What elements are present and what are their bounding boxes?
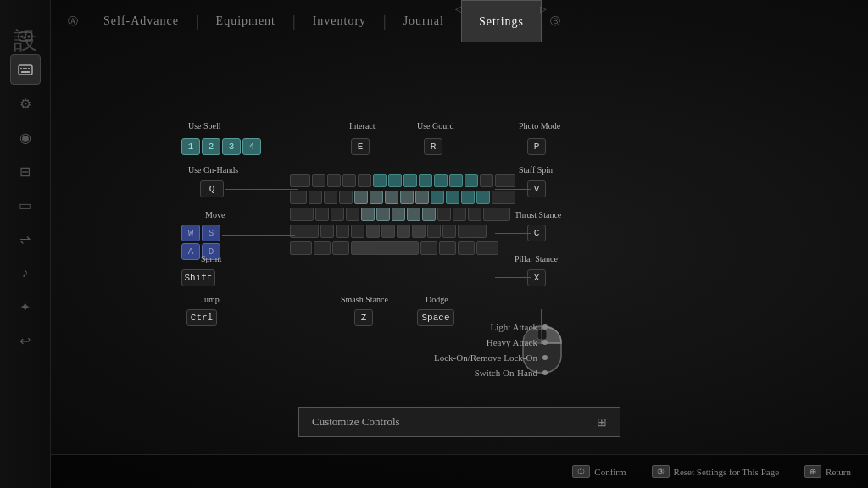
use-gourd-label: Use Gourd — [417, 121, 454, 130]
dodge-label: Dodge — [426, 295, 448, 304]
key-shift[interactable]: Shift — [181, 269, 215, 286]
svg-rect-9 — [28, 68, 30, 69]
svg-rect-0 — [19, 32, 32, 41]
keyboard-visual — [290, 174, 493, 284]
return-key: ⊕ — [804, 465, 821, 478]
connector-q — [225, 189, 298, 190]
svg-rect-8 — [25, 68, 27, 69]
key-spell-3[interactable]: 3 — [222, 138, 241, 155]
thrust-stance-label: Thrust Stance — [515, 210, 561, 219]
equalizer-icon[interactable]: ⇌ — [10, 224, 41, 254]
sprint-label: Sprint — [201, 254, 221, 263]
switch-on-hand-action: Switch On-Hand — [434, 368, 548, 378]
svg-point-1 — [20, 36, 23, 38]
gear-icon[interactable]: ⚙ — [10, 88, 41, 119]
reset-hint: ③ Reset Settings for This Page — [652, 465, 779, 478]
keyboard-icon[interactable] — [10, 54, 41, 85]
jump-label: Jump — [201, 295, 220, 304]
key-spell-4[interactable]: 4 — [242, 138, 261, 155]
customize-controls-button[interactable]: Customize Controls ⊞ — [298, 407, 620, 437]
heavy-attack-action: Heavy Attack — [434, 337, 548, 347]
gamepad-icon[interactable] — [10, 20, 41, 51]
connector-p — [495, 147, 531, 147]
connector-spell — [263, 147, 298, 147]
key-spell-2[interactable]: 2 — [202, 138, 220, 155]
nav-button-a: Ⓐ — [68, 14, 78, 29]
return-hint: ⊕ Return — [804, 465, 851, 478]
nav-equipment[interactable]: Equipment — [199, 0, 292, 42]
connector-wasd — [222, 235, 295, 236]
confirm-hint: ① Confirm — [572, 465, 626, 478]
key-spell-1[interactable]: 1 — [181, 138, 200, 155]
nav-self-advance[interactable]: Self-Advance — [86, 0, 196, 42]
svg-rect-10 — [21, 71, 30, 73]
smash-stance-label: Smash Stance — [341, 295, 388, 304]
key-r[interactable]: R — [424, 138, 442, 155]
interact-label: Interact — [349, 121, 376, 130]
bottom-bar: ① Confirm ③ Reset Settings for This Page… — [51, 454, 868, 488]
key-s[interactable]: S — [202, 225, 220, 241]
svg-rect-3 — [25, 34, 26, 35]
display-icon[interactable]: ▭ — [10, 190, 41, 220]
photo-mode-label: Photo Mode — [519, 121, 560, 130]
use-spell-label: Use Spell — [188, 121, 221, 130]
key-a[interactable]: A — [181, 243, 200, 260]
lock-on-action: Lock-On/Remove Lock-On — [434, 352, 548, 363]
mouse-actions: Light Attack Heavy Attack Lock-On/Remove… — [434, 322, 548, 383]
map-icon[interactable]: ⊟ — [10, 156, 41, 186]
customize-icon: ⊞ — [597, 415, 607, 430]
svg-point-2 — [27, 36, 30, 38]
move-label: Move — [205, 210, 225, 219]
key-q[interactable]: Q — [200, 180, 224, 197]
person-icon[interactable]: ✦ — [10, 291, 41, 322]
connector-e — [370, 147, 413, 147]
svg-rect-6 — [20, 68, 22, 69]
staff-spin-label: Staff Spin — [519, 165, 553, 175]
top-nav: Ⓐ Self-Advance | Equipment | Inventory |… — [51, 0, 868, 42]
confirm-key: ① — [572, 465, 590, 478]
sidebar: 設 ⚙ ◉ ⊟ ▭ ⇌ ♪ ✦ ↩ — [0, 0, 51, 488]
key-ctrl[interactable]: Ctrl — [186, 309, 217, 326]
key-z[interactable]: Z — [354, 309, 373, 326]
nav-button-b: Ⓑ — [550, 14, 560, 29]
nav-settings[interactable]: ◁ Settings ▷ — [461, 0, 542, 42]
reset-key: ③ — [652, 465, 670, 478]
controls-diagram: Use Spell 1 2 3 4 Use On-Hands Q Move W … — [163, 47, 756, 385]
connector-v — [495, 189, 531, 190]
volume-icon[interactable]: ♪ — [10, 258, 41, 288]
key-w[interactable]: W — [181, 225, 200, 241]
nav-inventory[interactable]: Inventory — [296, 0, 383, 42]
eye-icon[interactable]: ◉ — [10, 122, 41, 152]
use-on-hands-label: Use On-Hands — [188, 165, 238, 175]
svg-rect-7 — [23, 68, 25, 69]
connector-x — [495, 277, 531, 278]
svg-rect-4 — [25, 37, 26, 38]
connector-c — [495, 233, 531, 234]
content-area: Use Spell 1 2 3 4 Use On-Hands Q Move W … — [68, 47, 851, 446]
svg-rect-5 — [19, 65, 32, 75]
key-x[interactable]: X — [527, 269, 546, 286]
nav-journal[interactable]: Journal — [387, 0, 461, 42]
light-attack-action: Light Attack — [434, 322, 548, 332]
exit-icon[interactable]: ↩ — [10, 325, 41, 356]
key-e[interactable]: E — [351, 138, 370, 155]
pillar-stance-label: Pillar Stance — [515, 254, 558, 263]
